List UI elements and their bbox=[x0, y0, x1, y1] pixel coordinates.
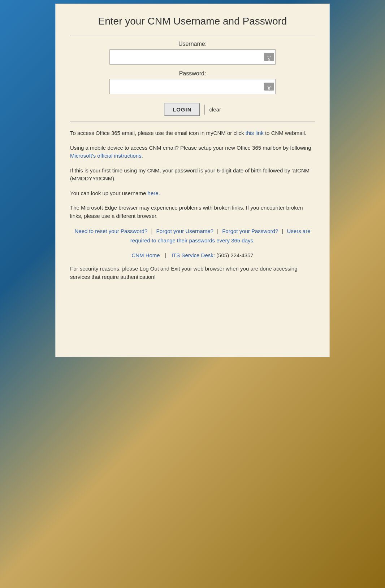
page-title: Enter your CNM Username and Password bbox=[70, 15, 315, 28]
login-card: Enter your CNM Username and Password Use… bbox=[55, 4, 330, 357]
office365-text-after: to CNM webmail. bbox=[264, 130, 306, 136]
button-row: LOGIN clear bbox=[70, 103, 315, 116]
username-label: Username: bbox=[70, 41, 315, 47]
lookup-text-before: You can look up your username bbox=[70, 190, 148, 196]
clear-button[interactable]: clear bbox=[209, 106, 221, 113]
top-divider bbox=[70, 35, 315, 35]
username-input-wrapper: ... 5 bbox=[109, 49, 276, 65]
mobile-text-before: Using a mobile device to access CNM emai… bbox=[70, 145, 311, 151]
bottom-sep: | bbox=[165, 252, 166, 258]
password-badge[interactable]: ... 5 bbox=[264, 83, 274, 91]
cnm-home-link[interactable]: CNM Home bbox=[131, 252, 160, 258]
sep3: | bbox=[282, 228, 283, 234]
office365-paragraph: To access Office 365 email, please use t… bbox=[70, 129, 315, 137]
password-links-row: Need to reset your Password? | Forgot yo… bbox=[70, 227, 315, 245]
password-badge-dots: ... bbox=[267, 82, 272, 87]
office365-text-before: To access Office 365 email, please use t… bbox=[70, 130, 246, 136]
login-button[interactable]: LOGIN bbox=[164, 103, 200, 116]
reset-password-link[interactable]: Need to reset your Password? bbox=[74, 228, 147, 234]
password-input[interactable] bbox=[109, 79, 276, 94]
security-note: For security reasons, please Log Out and… bbox=[70, 265, 315, 281]
info-section: To access Office 365 email, please use t… bbox=[70, 129, 315, 220]
lookup-paragraph: You can look up your username here. bbox=[70, 189, 315, 198]
form-divider bbox=[70, 122, 315, 122]
sep1: | bbox=[151, 228, 152, 234]
sep2: | bbox=[217, 228, 219, 234]
password-badge-num: 5 bbox=[268, 87, 270, 91]
button-row-divider bbox=[204, 105, 205, 115]
edge-paragraph: The Microsoft Edge browser may experienc… bbox=[70, 204, 315, 220]
username-badge-dots: ... bbox=[267, 53, 272, 58]
password-label: Password: bbox=[70, 70, 315, 77]
forgot-username-link[interactable]: Forgot your Username? bbox=[156, 228, 213, 234]
bottom-links-row: CNM Home | ITS Service Desk: (505) 224-4… bbox=[70, 252, 315, 258]
this-link[interactable]: this link bbox=[246, 130, 264, 136]
forgot-password-link[interactable]: Forgot your Password? bbox=[222, 228, 278, 234]
username-badge[interactable]: ... 5 bbox=[264, 53, 274, 61]
its-service-desk-link[interactable]: ITS Service Desk: bbox=[172, 252, 215, 258]
mobile-paragraph: Using a mobile device to access CNM emai… bbox=[70, 144, 315, 160]
username-badge-num: 5 bbox=[268, 58, 270, 61]
microsoft-official-link[interactable]: Microsoft's official instructions. bbox=[70, 153, 143, 159]
login-form: Username: ... 5 Password: ... 5 LOGIN cl… bbox=[70, 41, 315, 116]
lookup-text-after: . bbox=[159, 190, 160, 196]
firsttime-paragraph: If this is your first time using my CNM,… bbox=[70, 167, 315, 183]
phone-number: (505) 224-4357 bbox=[216, 252, 254, 258]
here-link[interactable]: here bbox=[148, 190, 159, 196]
password-input-wrapper: ... 5 bbox=[109, 79, 276, 94]
username-input[interactable] bbox=[109, 49, 276, 65]
